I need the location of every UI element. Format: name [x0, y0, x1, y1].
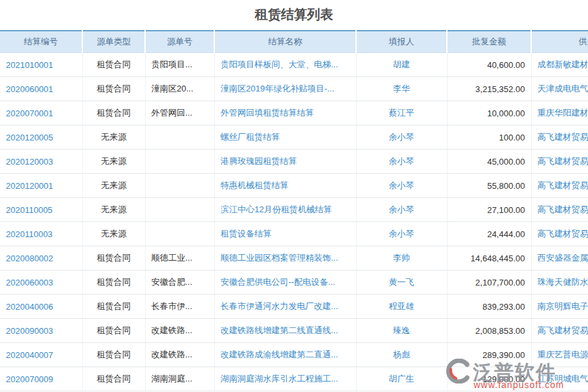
cell-filler[interactable]: 蔡江平 [356, 101, 447, 125]
table-row[interactable]: 2020110003无来源租赁设备结算余小琴24,444.00高飞建材贸易有限公… [0, 222, 588, 246]
cell-source-no: 长春市伊... [145, 295, 214, 319]
cell-source-type: 租赁合同 [82, 53, 145, 77]
cell-source-no: 湖南洞庭... [145, 367, 214, 391]
cell-filler[interactable]: 余小琴 [356, 198, 447, 222]
cell-settlement-no[interactable]: 2020070009 [0, 367, 82, 391]
cell-approved-amount: 129,000.00 [447, 367, 531, 391]
cell-settlement-name[interactable]: 湖南洞庭湖水库引水工程施工... [214, 367, 356, 391]
cell-source-no [145, 150, 214, 174]
cell-supplier[interactable]: 成都新敏建材有限公司 [531, 53, 588, 77]
cell-filler[interactable]: 程亚雄 [356, 295, 447, 319]
cell-settlement-name[interactable]: 改建铁路成渝线增建第二直通... [214, 343, 356, 367]
table-row[interactable]: 2020060001租赁合同潼南区20...潼南区2019年绿化补贴项目-...… [0, 77, 588, 101]
col-header-filler: 填报人 [356, 31, 447, 53]
table-row[interactable]: 2020090003租赁合同改建铁路...改建铁路线增建第二线直通线...臻逸2… [0, 319, 588, 343]
cell-supplier[interactable]: 天津成电电气设备有限公司 [531, 77, 588, 101]
cell-supplier[interactable]: 江苏明城电气有限公司 [531, 367, 588, 391]
page-title: 租赁结算列表 [0, 0, 588, 30]
cell-supplier[interactable]: 重庆华阳建材有限公司 [531, 101, 588, 125]
cell-source-no [145, 125, 214, 150]
cell-source-no [145, 222, 214, 246]
cell-supplier[interactable]: 高飞建材贸易有限公司 [531, 222, 588, 246]
cell-settlement-name[interactable]: 潼南区2019年绿化补贴项目-... [214, 77, 356, 101]
table-row[interactable]: 2020070009租赁合同湖南洞庭...湖南洞庭湖水库引水工程施工...胡广生… [0, 367, 588, 391]
cell-settlement-name[interactable]: 贵阳项目样板间、大堂、电梯... [214, 53, 356, 77]
cell-settlement-name[interactable]: 安徽合肥供电公司--配电设备... [214, 270, 356, 295]
cell-source-no: 安徽合肥... [145, 270, 214, 295]
table-row[interactable]: 2020040007租赁合同改建铁路...改建铁路成渝线增建第二直通...杨彪2… [0, 343, 588, 367]
cell-source-no [145, 198, 214, 222]
cell-filler[interactable]: 余小琴 [356, 174, 447, 198]
cell-settlement-name[interactable]: 港腾玫瑰园租赁结算 [214, 150, 356, 174]
cell-settlement-no[interactable]: 2020080002 [0, 246, 82, 270]
cell-settlement-name[interactable]: 外管网回填租赁结算结算 [214, 101, 356, 125]
settlement-table: 结算编号源单类型源单号结算名称填报人批复金额供应商 2021010001租赁合同… [0, 30, 588, 391]
cell-settlement-no[interactable]: 2020120005 [0, 125, 82, 150]
cell-filler[interactable]: 余小琴 [356, 150, 447, 174]
cell-supplier[interactable]: 高飞建材贸易有限公司 [531, 150, 588, 174]
cell-supplier[interactable]: 高飞建材贸易有限公司 [531, 198, 588, 222]
header-row: 结算编号源单类型源单号结算名称填报人批复金额供应商 [0, 31, 588, 53]
cell-supplier[interactable]: 高飞建材贸易有限公司 [531, 125, 588, 150]
cell-settlement-name[interactable]: 长春市伊通河水力发电厂改建... [214, 295, 356, 319]
col-header-source-no: 源单号 [145, 31, 214, 53]
table-row[interactable]: 2020120005无来源螺丝厂租赁结算余小琴100.00高飞建材贸易有限公司 [0, 125, 588, 150]
cell-settlement-no[interactable]: 2020060001 [0, 77, 82, 101]
cell-settlement-name[interactable]: 顺德工业园区档案管理精装饰... [214, 246, 356, 270]
cell-settlement-no[interactable]: 2020070001 [0, 101, 82, 125]
cell-approved-amount: 2,008,853.00 [447, 319, 531, 343]
cell-settlement-no[interactable]: 2020060003 [0, 270, 82, 295]
cell-filler[interactable]: 李帅 [356, 246, 447, 270]
cell-filler[interactable]: 杨彪 [356, 343, 447, 367]
cell-approved-amount: 27,100.00 [447, 198, 531, 222]
cell-supplier[interactable]: 西安盛器金属材料有限公司 [531, 246, 588, 270]
cell-supplier[interactable]: 重庆艺普电源设备有限公司 [531, 343, 588, 367]
cell-settlement-name[interactable]: 滨江中心12月份租赁机械结算 [214, 198, 356, 222]
cell-settlement-no[interactable]: 2020110003 [0, 222, 82, 246]
cell-settlement-no[interactable]: 2020090003 [0, 319, 82, 343]
table-row[interactable]: 2020040006租赁合同长春市伊...长春市伊通河水力发电厂改建...程亚雄… [0, 295, 588, 319]
cell-settlement-no[interactable]: 2020110005 [0, 198, 82, 222]
table-row[interactable]: 2020070001租赁合同外管网回...外管网回填租赁结算结算蔡江平10,00… [0, 101, 588, 125]
table-row[interactable]: 2021010001租赁合同贵阳项目...贵阳项目样板间、大堂、电梯...胡建4… [0, 53, 588, 77]
table-row[interactable]: 2020120001无来源特惠机械租赁结算余小琴55,800.00高飞建材贸易有… [0, 174, 588, 198]
cell-filler[interactable]: 胡广生 [356, 367, 447, 391]
cell-supplier[interactable]: 高飞建材贸易有限公司 [531, 174, 588, 198]
cell-source-no [145, 174, 214, 198]
table-row[interactable]: 2020060003租赁合同安徽合肥...安徽合肥供电公司--配电设备...黄一… [0, 270, 588, 295]
cell-filler[interactable]: 余小琴 [356, 125, 447, 150]
cell-supplier[interactable]: 南京明辉电子科技有限公司 [531, 295, 588, 319]
cell-settlement-name[interactable]: 特惠机械租赁结算 [214, 174, 356, 198]
cell-settlement-no[interactable]: 2020040007 [0, 343, 82, 367]
cell-settlement-name[interactable]: 螺丝厂租赁结算 [214, 125, 356, 150]
col-header-settlement-no: 结算编号 [0, 31, 82, 53]
col-header-supplier: 供应商 [531, 31, 588, 53]
cell-settlement-no[interactable]: 2020120001 [0, 174, 82, 198]
cell-approved-amount: 45,000.00 [447, 150, 531, 174]
table-body: 2021010001租赁合同贵阳项目...贵阳项目样板间、大堂、电梯...胡建4… [0, 53, 588, 391]
cell-source-no: 改建铁路... [145, 319, 214, 343]
cell-supplier[interactable]: 珠海天健防水有限公司 [531, 270, 588, 295]
cell-source-type: 租赁合同 [82, 319, 145, 343]
cell-filler[interactable]: 胡建 [356, 53, 447, 77]
cell-filler[interactable]: 黄一飞 [356, 270, 447, 295]
cell-filler[interactable]: 余小琴 [356, 222, 447, 246]
table-row[interactable]: 2020080002租赁合同顺德工业...顺德工业园区档案管理精装饰...李帅1… [0, 246, 588, 270]
table-row[interactable]: 2020110005无来源滨江中心12月份租赁机械结算余小琴27,100.00高… [0, 198, 588, 222]
cell-approved-amount: 100.00 [447, 125, 531, 150]
table-row[interactable]: 2020120003无来源港腾玫瑰园租赁结算余小琴45,000.00高飞建材贸易… [0, 150, 588, 174]
cell-source-type: 租赁合同 [82, 343, 145, 367]
cell-settlement-name[interactable]: 租赁设备结算 [214, 222, 356, 246]
cell-filler[interactable]: 李华 [356, 77, 447, 101]
cell-source-no: 外管网回... [145, 101, 214, 125]
cell-filler[interactable]: 臻逸 [356, 319, 447, 343]
cell-source-type: 无来源 [82, 174, 145, 198]
col-header-settlement-name: 结算名称 [214, 31, 356, 53]
cell-settlement-name[interactable]: 改建铁路线增建第二线直通线... [214, 319, 356, 343]
cell-settlement-no[interactable]: 2020040006 [0, 295, 82, 319]
cell-settlement-no[interactable]: 2020120003 [0, 150, 82, 174]
table-header: 结算编号源单类型源单号结算名称填报人批复金额供应商 [0, 31, 588, 53]
cell-source-no: 改建铁路... [145, 343, 214, 367]
cell-settlement-no[interactable]: 2021010001 [0, 53, 82, 77]
cell-supplier[interactable]: 高飞建材贸易有限公司 [531, 319, 588, 343]
